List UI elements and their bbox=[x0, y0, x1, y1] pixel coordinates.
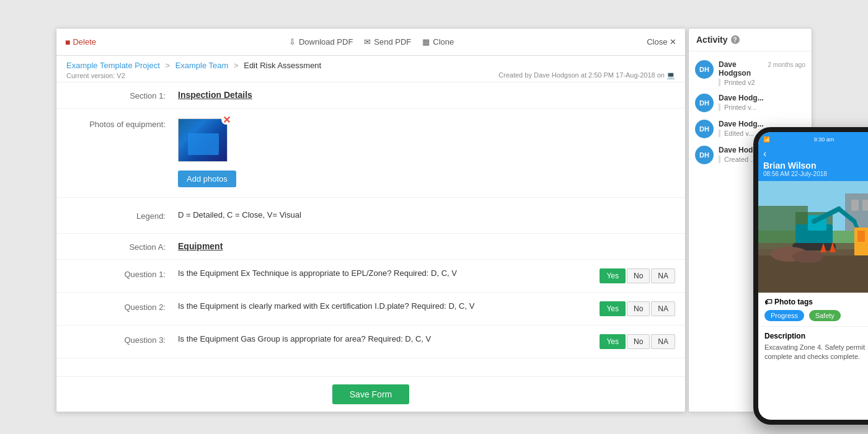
legend-label: Legend: bbox=[66, 210, 178, 221]
close-button[interactable]: Close ✕ bbox=[647, 37, 676, 46]
phone-header: ‹ Brian Wilson 08:56 AM 22-July-2018 bbox=[758, 144, 868, 181]
q2-yes-button[interactable]: Yes bbox=[600, 301, 626, 316]
q1-no-button[interactable]: No bbox=[627, 268, 650, 283]
avatar: DH bbox=[695, 94, 714, 112]
tag-pills: Progress Safety bbox=[764, 310, 868, 321]
phone-description: Description Excavating Zone 4. Safety pe… bbox=[758, 327, 868, 367]
q1-yes-button[interactable]: Yes bbox=[600, 268, 626, 283]
breadcrumb-bar: Example Template Project > Example Team … bbox=[56, 56, 685, 82]
delete-label: Delete bbox=[73, 37, 96, 46]
download-pdf-button[interactable]: ⇩ Download PDF bbox=[289, 37, 353, 46]
photos-row: Photos of equipment: ✕ Add photos bbox=[56, 108, 685, 198]
clone-button[interactable]: ▦ Clone bbox=[422, 37, 454, 46]
activity-action: Printed v... bbox=[719, 104, 805, 111]
breadcrumb-project[interactable]: Example Template Project bbox=[66, 61, 160, 70]
phone-status-bar: 📶 9:30 am 100% bbox=[758, 132, 868, 144]
section1-value: Inspection Details bbox=[178, 90, 675, 100]
sectionA-label: Section A: bbox=[66, 241, 178, 252]
main-form-panel: ■ Delete ⇩ Download PDF ✉ Send PDF ▦ Clo… bbox=[56, 28, 686, 412]
delete-icon: ■ bbox=[65, 37, 70, 47]
activity-action: Printed v2 bbox=[719, 79, 805, 86]
photo-tags-header: 🏷 Photo tags Edit bbox=[764, 298, 868, 306]
list-item: DH Dave Hodg... Printed v... bbox=[689, 90, 812, 116]
tag-icon: 🏷 bbox=[764, 298, 772, 306]
q2-label: Question 2: bbox=[66, 301, 178, 312]
photo-thumb-inner bbox=[179, 119, 227, 161]
question1-row: Question 1: Is the Equipment Ex Techniqu… bbox=[56, 260, 685, 293]
photo-tags-title: 🏷 Photo tags bbox=[764, 298, 813, 306]
breadcrumb-team[interactable]: Example Team bbox=[175, 61, 229, 70]
q3-na-button[interactable]: NA bbox=[651, 334, 675, 349]
breadcrumb-sep1: > bbox=[165, 61, 172, 70]
breadcrumb: Example Template Project > Example Team … bbox=[66, 61, 675, 70]
send-pdf-button[interactable]: ✉ Send PDF bbox=[364, 37, 411, 46]
section1-row: Section 1: Inspection Details bbox=[56, 82, 685, 108]
q1-text: Is the Equipment Ex Technique is appropr… bbox=[178, 268, 600, 278]
q2-text: Is the Equipment is clearly marked with … bbox=[178, 301, 600, 311]
clone-icon: ▦ bbox=[422, 37, 430, 46]
photos-label: Photos of equipment: bbox=[66, 118, 178, 129]
q3-label: Question 3: bbox=[66, 334, 178, 345]
toolbar: ■ Delete ⇩ Download PDF ✉ Send PDF ▦ Clo… bbox=[56, 29, 685, 56]
q3-yes-button[interactable]: Yes bbox=[600, 334, 626, 349]
save-form-button[interactable]: Save Form bbox=[332, 384, 409, 404]
phone-mockup: 📶 9:30 am 100% ‹ Brian Wilson 08:56 AM 2… bbox=[753, 127, 868, 425]
sectionA-value: Equipment bbox=[178, 241, 675, 251]
photos-value: ✕ Add photos bbox=[178, 118, 675, 187]
svg-rect-16 bbox=[857, 231, 865, 242]
q1-buttons: Yes No NA bbox=[600, 268, 675, 283]
back-button[interactable]: ‹ bbox=[763, 148, 868, 159]
activity-header: Activity ? bbox=[689, 29, 812, 51]
construction-image bbox=[758, 181, 868, 293]
activity-name: Dave Hodgson bbox=[719, 60, 765, 78]
version-label: Current version: V2 bbox=[66, 72, 125, 79]
download-icon: ⇩ bbox=[289, 37, 296, 46]
activity-name-row: Dave Hodg... bbox=[719, 94, 805, 102]
activity-time: 2 months ago bbox=[768, 61, 805, 68]
avatar: DH bbox=[695, 60, 714, 79]
send-icon: ✉ bbox=[364, 37, 371, 46]
version-info: Current version: V2 Created by Dave Hodg… bbox=[66, 71, 675, 79]
q2-na-button[interactable]: NA bbox=[651, 301, 675, 316]
avatar: DH bbox=[695, 146, 714, 164]
phone-photo-tags: 🏷 Photo tags Edit Progress Safety bbox=[758, 293, 868, 327]
phone-screen: 📶 9:30 am 100% ‹ Brian Wilson 08:56 AM 2… bbox=[758, 132, 868, 420]
phone-image-area[interactable] bbox=[758, 181, 868, 293]
svg-point-20 bbox=[792, 250, 823, 263]
breadcrumb-sep2: > bbox=[234, 61, 241, 70]
activity-title: Activity bbox=[696, 35, 728, 45]
tag-progress: Progress bbox=[764, 310, 804, 321]
photo-thumb bbox=[178, 118, 228, 162]
phone-datetime: 08:56 AM 22-July-2018 bbox=[763, 170, 868, 177]
photo-container: ✕ bbox=[178, 118, 228, 162]
question3-row: Question 3: Is the Equipment Gas Group i… bbox=[56, 326, 685, 358]
photo-delete-button[interactable]: ✕ bbox=[221, 115, 231, 125]
activity-info: Dave Hodgson 2 months ago Printed v2 bbox=[719, 60, 805, 86]
activity-name: Dave Hodg... bbox=[719, 120, 764, 128]
legend-row: Legend: D = Detailed, C = Close, V= Visu… bbox=[56, 198, 685, 234]
section1-heading: Inspection Details bbox=[178, 90, 252, 100]
phone-user-name: Brian Wilson bbox=[763, 161, 868, 170]
sectionA-row: Section A: Equipment bbox=[56, 234, 685, 260]
avatar: DH bbox=[695, 120, 714, 138]
q3-text: Is the Equipment Gas Group is appropriat… bbox=[178, 334, 600, 343]
toolbar-actions: ⇩ Download PDF ✉ Send PDF ▦ Clone bbox=[96, 37, 647, 46]
activity-info: Dave Hodg... Printed v... bbox=[719, 94, 805, 111]
add-photos-button[interactable]: Add photos bbox=[178, 170, 236, 187]
q2-no-button[interactable]: No bbox=[627, 301, 650, 316]
q3-no-button[interactable]: No bbox=[627, 334, 650, 349]
q1-na-button[interactable]: NA bbox=[651, 268, 675, 283]
delete-button[interactable]: ■ Delete bbox=[65, 37, 96, 47]
breadcrumb-current: Edit Risk Assessment bbox=[244, 61, 321, 70]
phone-desc-text: Excavating Zone 4. Safety permit complet… bbox=[764, 343, 868, 362]
activity-help-icon[interactable]: ? bbox=[731, 35, 740, 44]
svg-rect-5 bbox=[851, 200, 859, 211]
sectionA-heading: Equipment bbox=[178, 241, 223, 251]
q2-buttons: Yes No NA bbox=[600, 301, 675, 316]
q1-label: Question 1: bbox=[66, 268, 178, 279]
legend-value: D = Detailed, C = Close, V= Visual bbox=[178, 210, 675, 219]
device-icon: 💻 bbox=[666, 71, 675, 79]
phone-signal: 📶 bbox=[763, 136, 770, 143]
section1-label: Section 1: bbox=[66, 90, 178, 100]
phone-desc-title: Description bbox=[764, 332, 868, 340]
